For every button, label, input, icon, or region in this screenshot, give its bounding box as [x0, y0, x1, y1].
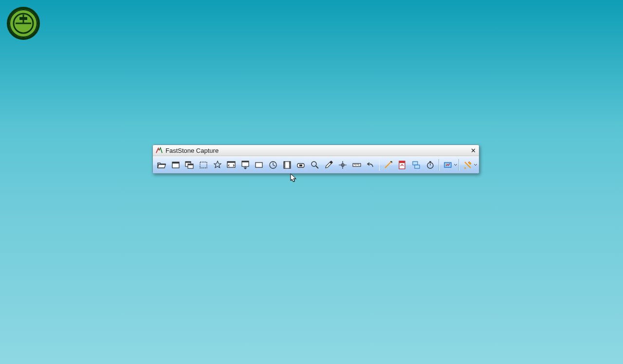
ruler-icon: [352, 160, 362, 170]
capture-fixed-region-button[interactable]: [253, 158, 266, 172]
auto-capture-button[interactable]: [423, 158, 437, 172]
repeat-capture-icon: [268, 160, 278, 170]
svg-rect-5: [172, 162, 179, 164]
active-window-icon: [171, 160, 181, 170]
svg-rect-10: [200, 162, 207, 168]
capture-scrolling-window-button[interactable]: [239, 158, 252, 172]
screen-crosshair-button[interactable]: [336, 158, 349, 172]
screen-recorder-icon: [282, 160, 292, 170]
svg-rect-26: [290, 163, 290, 164]
svg-rect-22: [284, 163, 285, 164]
capture-freehand-button[interactable]: [211, 158, 224, 172]
svg-rect-27: [290, 164, 290, 165]
svg-rect-46: [415, 165, 420, 168]
faststone-capture-window: FastStone Capture ✕: [152, 145, 479, 174]
pdf-icon: [397, 160, 407, 170]
settings-icon: [463, 160, 473, 170]
svg-rect-15: [256, 163, 262, 167]
output-options-button[interactable]: [441, 158, 455, 172]
magnifier-icon: [310, 160, 320, 170]
crosshair-icon: [338, 160, 348, 170]
mouse-cursor: [290, 173, 297, 183]
rectangle-region-icon: [199, 160, 208, 170]
svg-point-52: [446, 164, 447, 164]
svg-rect-9: [188, 164, 193, 165]
settings-button[interactable]: [461, 158, 475, 172]
application-shortcut-icon: [13, 13, 34, 34]
chevron-down-icon: [454, 164, 457, 166]
svg-rect-44: [399, 161, 405, 163]
svg-rect-29: [290, 167, 290, 168]
svg-rect-24: [284, 165, 285, 166]
screen-focus-icon: [384, 160, 393, 170]
screen-recorder-button[interactable]: [280, 158, 293, 172]
delay-icon: [296, 160, 306, 170]
open-file-button[interactable]: [155, 158, 168, 172]
svg-rect-38: [353, 164, 361, 166]
timer-icon: [425, 160, 435, 170]
window-object-icon: [184, 160, 194, 170]
screen-focus-button[interactable]: [382, 158, 395, 172]
color-picker-icon: [324, 160, 333, 170]
desktop-shortcut[interactable]: [7, 7, 40, 40]
capture-full-screen-button[interactable]: [225, 158, 238, 172]
svg-line-18: [273, 165, 275, 166]
capture-toolbar: [153, 156, 479, 173]
repeat-last-capture-button[interactable]: [267, 158, 280, 172]
svg-rect-3: [19, 17, 27, 20]
capture-rectangle-button[interactable]: [197, 158, 210, 172]
screen-ruler-button[interactable]: [350, 158, 363, 172]
close-button[interactable]: ✕: [469, 146, 477, 154]
svg-rect-45: [413, 162, 418, 165]
scrolling-window-icon: [240, 160, 250, 170]
capture-delay-button[interactable]: [294, 158, 308, 172]
window-title: FastStone Capture: [165, 147, 469, 154]
svg-rect-23: [284, 164, 285, 165]
svg-line-33: [316, 166, 318, 168]
titlebar[interactable]: FastStone Capture ✕: [153, 145, 479, 156]
color-picker-button[interactable]: [322, 158, 335, 172]
fixed-region-icon: [254, 160, 264, 170]
app-logo-icon: [156, 147, 163, 154]
undo-button[interactable]: [364, 158, 377, 172]
toolbar-separator: [379, 159, 380, 171]
output-options-dropdown[interactable]: [454, 159, 457, 171]
undo-icon: [366, 160, 375, 170]
svg-rect-28: [290, 165, 290, 166]
svg-rect-14: [242, 161, 249, 163]
convert-to-pdf-button[interactable]: [396, 158, 409, 172]
join-images-icon: [411, 160, 421, 170]
svg-rect-12: [227, 162, 235, 163]
output-target-icon: [443, 160, 453, 170]
close-icon: ✕: [471, 147, 476, 154]
toolbar-separator: [458, 159, 459, 171]
svg-point-32: [312, 162, 316, 166]
freehand-region-icon: [213, 160, 222, 170]
full-screen-icon: [226, 160, 236, 170]
cursor-icon: [290, 173, 297, 183]
svg-rect-31: [299, 164, 302, 166]
screen-magnifier-button[interactable]: [309, 158, 322, 172]
capture-active-window-button[interactable]: [169, 158, 183, 172]
svg-rect-7: [185, 162, 191, 163]
svg-rect-25: [284, 167, 285, 168]
toolbar-separator: [439, 159, 440, 171]
open-folder-icon: [157, 160, 166, 170]
join-images-button[interactable]: [410, 158, 423, 172]
capture-window-object-button[interactable]: [183, 158, 196, 172]
chevron-down-icon: [474, 164, 477, 166]
